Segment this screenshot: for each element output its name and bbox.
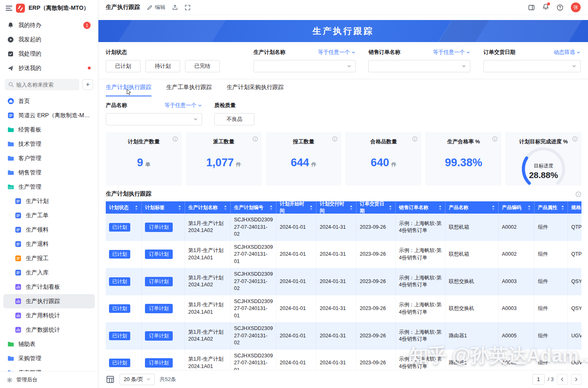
- search-input[interactable]: [16, 82, 76, 88]
- sidebar-item-business-board[interactable]: 经营看板: [3, 123, 95, 137]
- column-header-attr[interactable]: 产品属性: [535, 201, 568, 214]
- table-row: 已计划订单计划第1月-生产计划 2024.1A02SCJHXSDD2309 27…: [106, 322, 581, 350]
- edit-label: 编辑: [155, 4, 165, 11]
- column-header-name[interactable]: 生产计划名称: [185, 201, 231, 214]
- info-icon[interactable]: [412, 136, 418, 142]
- column-header-due[interactable]: 计划交付时间: [316, 201, 356, 214]
- menu-toggle-icon[interactable]: [6, 6, 12, 11]
- column-label: 订单交货日期: [360, 201, 387, 214]
- plan-name-select[interactable]: [254, 60, 356, 72]
- plan-tag-button[interactable]: 订单计划: [145, 277, 173, 286]
- plan-tag-button[interactable]: 订单计划: [145, 304, 173, 313]
- operator-dropdown[interactable]: 等于任意一个: [318, 49, 356, 56]
- column-header-order[interactable]: 销售订单名称: [396, 201, 445, 214]
- tab-purchase-tracking[interactable]: 生产计划采购执行跟踪: [227, 79, 284, 96]
- plan-status-option-0[interactable]: 已计划: [106, 60, 140, 72]
- plan-status-option-1[interactable]: 待计划: [145, 60, 180, 72]
- topbar-right: 张: [528, 2, 581, 12]
- status-badge: 已计划: [109, 304, 130, 313]
- sidebar-menu-my-todo[interactable]: 我的待办1: [3, 18, 95, 32]
- sidebar-header: ERP（离散制造-MTO）: [0, 0, 98, 16]
- sidebar-item-app-root[interactable]: 简道云 ERP（离散制造-MTO）...: [3, 108, 95, 123]
- column-header-start[interactable]: 计划开始时间: [276, 201, 316, 214]
- operator-dropdown[interactable]: 等于任意一个: [433, 49, 470, 56]
- sidebar-item-purchase-mgmt[interactable]: 采购管理: [3, 351, 95, 366]
- info-icon[interactable]: [252, 136, 258, 142]
- sidebar-item-production-data-stats[interactable]: 生产数据统计: [3, 323, 95, 337]
- column-header-product[interactable]: 产品名称: [445, 201, 499, 214]
- delivery-date-select[interactable]: [483, 60, 581, 72]
- defective-button[interactable]: 不良品: [214, 113, 254, 125]
- next-page-button[interactable]: [571, 374, 581, 385]
- sidebar-menu-cc-to-me[interactable]: 抄送我的: [3, 61, 95, 75]
- product-name-select[interactable]: [106, 113, 202, 125]
- sidebar-item-production-picking[interactable]: 生产领料: [3, 223, 95, 237]
- help-icon[interactable]: [557, 4, 564, 11]
- info-icon[interactable]: [332, 136, 338, 142]
- plan-tag-button[interactable]: 订单计划: [145, 223, 173, 232]
- appdoc-icon: [7, 112, 14, 119]
- column-header-status[interactable]: 计划状态: [106, 201, 142, 214]
- plan-tag-button[interactable]: 订单计划: [145, 250, 173, 259]
- column-header-code[interactable]: 生产计划编号: [231, 201, 276, 214]
- info-icon[interactable]: [575, 191, 581, 197]
- current-page-input[interactable]: 1: [532, 374, 545, 385]
- column-header-pcode[interactable]: 产品编码: [499, 201, 535, 214]
- table-title: 生产计划执行跟踪: [106, 190, 151, 198]
- chevron-left-icon: [560, 377, 565, 382]
- panel-toggle-icon[interactable]: [528, 4, 535, 11]
- sidebar-menu-my-initiated[interactable]: 我发起的: [3, 32, 95, 47]
- sort-icon: [135, 205, 138, 210]
- sidebar-item-production-mgmt[interactable]: 生产管理: [3, 180, 95, 194]
- sidebar-item-production-tracking[interactable]: 生产执行跟踪: [3, 294, 95, 308]
- column-header-delivery[interactable]: 订单交货日期: [356, 201, 396, 214]
- page-title: 生产执行跟踪: [106, 4, 140, 11]
- info-icon[interactable]: [172, 136, 178, 142]
- plan-tag-button[interactable]: 订单计划: [145, 331, 173, 341]
- sidebar-item-production-report[interactable]: 生产报工: [3, 251, 95, 265]
- notifications-button[interactable]: [542, 3, 549, 12]
- sidebar-menu-my-processed[interactable]: 我处理的: [3, 47, 95, 61]
- info-icon[interactable]: [572, 136, 578, 142]
- sidebar-item-sales-mgmt[interactable]: 销售管理: [3, 165, 95, 180]
- sidebar-item-home[interactable]: 首页: [3, 94, 95, 108]
- sidebar-item-customer-mgmt[interactable]: 客户管理: [3, 151, 95, 165]
- sidebar-item-production-plan[interactable]: 生产计划: [3, 194, 95, 208]
- share-button[interactable]: [172, 4, 178, 11]
- admin-console-link[interactable]: 管理后台: [0, 371, 98, 388]
- tab-workorder-tracking[interactable]: 生产工单执行跟踪: [166, 79, 212, 96]
- sidebar-item-aux-tables[interactable]: 辅助表: [3, 337, 95, 351]
- prev-page-button[interactable]: [557, 374, 568, 385]
- play-icon: [7, 36, 14, 43]
- sidebar-item-production-return[interactable]: 生产退料: [3, 237, 95, 251]
- sidebar-item-production-workorder[interactable]: 生产工单: [3, 208, 95, 223]
- operator-dropdown[interactable]: 等于任意一个: [165, 102, 202, 109]
- edit-button[interactable]: 编辑: [147, 4, 165, 11]
- cell-spec: UGV-20: [568, 350, 581, 370]
- sidebar-item-production-material-stats[interactable]: 生产用料统计: [3, 308, 95, 323]
- stat-value: 99.38%: [445, 156, 482, 169]
- cell-attr: 组件: [535, 350, 568, 370]
- avatar[interactable]: 张: [571, 2, 581, 12]
- plan-status-option-2[interactable]: 已完结: [185, 60, 220, 72]
- sales-order-select[interactable]: [368, 60, 470, 72]
- sidebar-item-inventory-mgmt[interactable]: 库存管理: [3, 366, 95, 371]
- search-input-wrap[interactable]: [5, 79, 79, 90]
- plan-tag-button[interactable]: 订单计划: [145, 358, 173, 368]
- folder-icon: [7, 341, 14, 348]
- page-size-select[interactable]: 20 条/页: [120, 374, 155, 385]
- sidebar-item-production-instock[interactable]: 生产入库: [3, 265, 95, 280]
- tab-plan-tracking[interactable]: 生产计划执行跟踪: [106, 79, 151, 96]
- sidebar-item-production-plan-board[interactable]: 生产计划看板: [3, 280, 95, 294]
- add-button[interactable]: +: [82, 79, 93, 90]
- column-header-tag[interactable]: 计划标签: [142, 201, 185, 214]
- sidebar-item-tech-mgmt[interactable]: 技术管理: [3, 137, 95, 151]
- column-header-spec[interactable]: 规格型号: [568, 201, 581, 214]
- chevron-down-icon: [466, 50, 470, 55]
- dynamic-filter-dropdown[interactable]: 动态筛选: [554, 49, 581, 56]
- column-settings-icon[interactable]: [106, 375, 115, 384]
- cell-order: 示例：上海帆软-第 4份销售订单: [396, 268, 445, 295]
- info-icon[interactable]: [492, 136, 498, 142]
- fullscreen-button[interactable]: [185, 4, 191, 11]
- column-label: 生产计划名称: [188, 204, 218, 211]
